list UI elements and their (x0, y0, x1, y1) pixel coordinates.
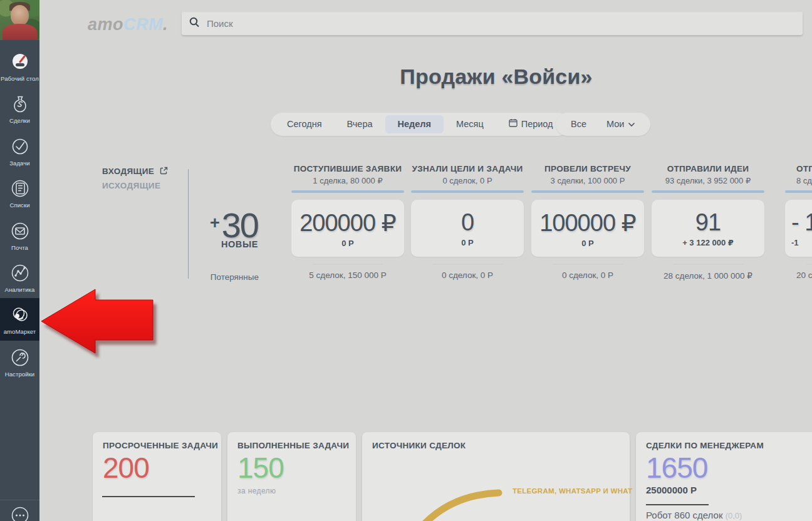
card-subtitle: за неделю (237, 487, 346, 495)
card-value: 1650 (646, 453, 812, 483)
funnel-stage: ПОСТУПИВШИЕ ЗАЯВКИ 1 сделка, 80 000 ₽ 20… (291, 164, 404, 280)
external-link-icon (160, 167, 168, 177)
stage-title: УЗНАЛИ ЦЕЛИ И ЗАДАЧИ (411, 164, 524, 173)
tab-week[interactable]: Неделя (385, 115, 444, 133)
stage-title: ОТП (785, 164, 812, 173)
stage-value: 200000 ₽ (299, 209, 396, 237)
tab-month[interactable]: Месяц (444, 115, 496, 133)
avatar[interactable] (0, 0, 39, 40)
funnel-stage: ПРОВЕЛИ ВСТРЕЧУ 3 сделки, 100 000 Р 1000… (531, 164, 644, 280)
sidebar-item-label: Сделки (0, 117, 39, 124)
stage-value: - 1 (791, 209, 812, 236)
tab-today[interactable]: Сегодня (274, 115, 335, 133)
stage-title: ОТПРАВИЛИ ИДЕИ (652, 164, 764, 173)
tab-all[interactable]: Все (561, 115, 596, 133)
stage-value: 91 (695, 209, 721, 236)
page-title: Продажи «Войси» (308, 64, 684, 89)
dashboard-icon (9, 51, 31, 73)
sidebar-item-more[interactable] (0, 500, 39, 521)
tab-period[interactable]: Период (496, 115, 566, 133)
wrench-icon (9, 346, 31, 369)
card-deals-by-manager: СДЕЛКИ ПО МЕНЕДЖЕРАМ 1650 25000000 Р Роб… (636, 432, 812, 521)
card-divider (102, 496, 195, 497)
red-arrow-annotation (40, 287, 154, 355)
sidebar-item-deals[interactable]: Сделки (0, 87, 39, 129)
stage-subtitle: 0 сделок, 0 Р (411, 176, 524, 185)
check-circle-icon (9, 135, 31, 158)
stage-subtitle: 3 сделки, 100 000 Р (531, 176, 644, 185)
sidebar-item-amomarket[interactable]: amoМаркет (0, 298, 39, 340)
card-value: 150 (237, 453, 346, 483)
stage-footer: 0 сделок, 0 Р (531, 271, 644, 280)
sidebar-item-label: amoМаркет (0, 328, 39, 335)
search-bar[interactable] (182, 12, 803, 35)
sidebar-item-dashboard[interactable]: Рабочий стол (0, 45, 39, 87)
stage-value-card: 0 0 Р (411, 200, 524, 257)
card-title: ПРОСРОЧЕННЫЕ ЗАДАЧИ (103, 441, 211, 450)
card-footer: Робот 860 сделок (0,0) (646, 510, 742, 520)
stage-value-sub: + 3 122 000 ₽ (682, 238, 734, 247)
sidebar-item-tasks[interactable]: Задачи (0, 130, 39, 172)
donut-chart-fragment (362, 432, 630, 521)
sidebar-item-lists[interactable]: Списки (0, 172, 39, 214)
card-title: СДЕЛКИ ПО МЕНЕДЖЕРАМ (646, 441, 812, 450)
chevron-down-icon (628, 115, 635, 133)
funnel-divider (188, 169, 189, 279)
stage-value-card: 200000 ₽ 0 Р (291, 200, 404, 257)
calendar-icon (509, 115, 518, 133)
amocrm-logo: amoCRM. (88, 15, 168, 34)
stage-underline (531, 190, 644, 193)
stage-title: ПРОВЕЛИ ВСТРЕЧУ (531, 164, 644, 173)
sidebar-item-settings[interactable]: Настройки (0, 341, 39, 383)
app-root: Рабочий стол Сделки Задачи (0, 0, 812, 521)
sidebar-item-label: Почта (0, 244, 39, 251)
stage-underline (291, 190, 404, 193)
card-overdue-tasks: ПРОСРОЧЕННЫЕ ЗАДАЧИ 200 (93, 432, 221, 521)
lost-deals-link[interactable]: Потерянные (204, 272, 259, 282)
sidebar-item-label: Рабочий стол (0, 75, 39, 82)
amomarket-icon (9, 304, 31, 326)
scope-tabs: Все Мои (556, 113, 650, 136)
tab-mine[interactable]: Мои (596, 115, 645, 133)
stage-value-sub: -1 (791, 238, 799, 247)
funnel-stage: ОТП 8 сде - 1 -1 20 сд (785, 164, 812, 280)
new-deals-label: НОВЫЕ (199, 239, 258, 249)
stage-value-card: - 1 -1 (785, 200, 812, 257)
sidebar-item-label: Списки (0, 202, 39, 209)
card-title: ВЫПОЛНЕННЫЕ ЗАДАЧИ (237, 441, 346, 450)
analytics-icon (9, 262, 31, 284)
list-icon (9, 177, 31, 200)
tab-yesterday[interactable]: Вчера (335, 115, 385, 133)
card-subtitle: 25000000 Р (646, 485, 812, 495)
sidebar-item-analytics[interactable]: Аналитика (0, 256, 39, 298)
stage-value: 100000 ₽ (539, 209, 636, 237)
chart-segment-label: TELEGRAM, WHATSAPP И WHAT (513, 487, 632, 495)
stage-value: 0 (461, 209, 474, 236)
sidebar: Рабочий стол Сделки Задачи (0, 0, 39, 521)
stage-subtitle: 8 сде (785, 176, 812, 185)
stage-footer: 28 сделок, 1 000 000 ₽ (652, 271, 764, 281)
stage-underline (785, 190, 812, 193)
sidebar-nav: Рабочий стол Сделки Задачи (0, 45, 39, 383)
money-bag-icon (9, 93, 31, 115)
mail-icon (9, 220, 31, 242)
search-input[interactable] (206, 18, 795, 29)
sidebar-item-label: Настройки (0, 371, 39, 378)
period-tabs: Сегодня Вчера Неделя Месяц Период (271, 113, 570, 136)
stage-footer: 20 сд (785, 271, 812, 280)
card-deal-sources: ИСТОЧНИКИ СДЕЛОК TELEGRAM, WHATSAPP И WH… (362, 432, 630, 521)
card-completed-tasks: ВЫПОЛНЕННЫЕ ЗАДАЧИ 150 за неделю (227, 432, 356, 521)
stage-value-card: 91 + 3 122 000 ₽ (652, 200, 764, 257)
sidebar-item-label: Задачи (0, 160, 39, 167)
stage-subtitle: 93 сделки, 3 952 000 ₽ (652, 176, 764, 185)
funnel-stage: ОТПРАВИЛИ ИДЕИ 93 сделки, 3 952 000 ₽ 91… (652, 164, 764, 281)
search-icon (189, 17, 200, 30)
sidebar-item-mail[interactable]: Почта (0, 214, 39, 256)
outgoing-toggle[interactable]: ИСХОДЯЩИЕ (102, 181, 160, 190)
stage-value-card: 100000 ₽ 0 Р (531, 200, 644, 257)
ellipsis-icon (9, 504, 31, 521)
incoming-toggle[interactable]: ВХОДЯЩИЕ (102, 167, 168, 177)
sidebar-item-label: Аналитика (0, 286, 39, 293)
stage-underline (411, 190, 524, 193)
stage-subtitle: 1 сделка, 80 000 ₽ (291, 176, 404, 185)
